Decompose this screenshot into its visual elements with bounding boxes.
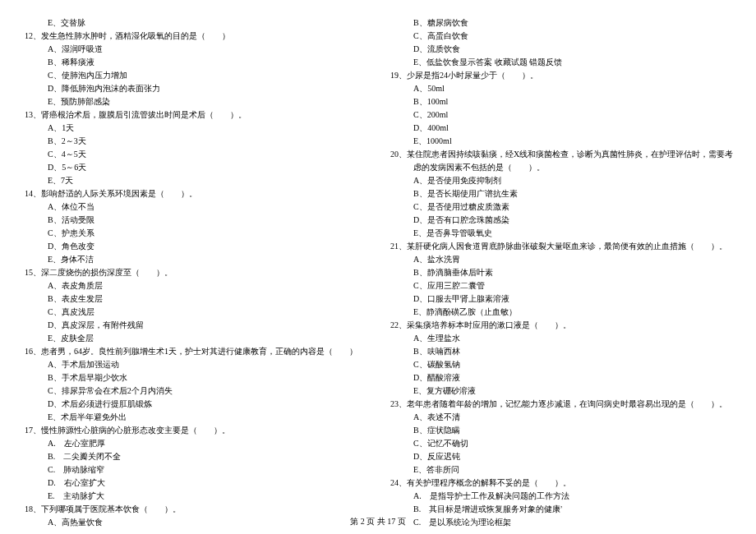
option-text: B、手术后早期少饮水	[25, 371, 357, 384]
option-text: E、答非所问	[390, 463, 733, 476]
option-text: C、护患关系	[25, 227, 357, 240]
option-text: E、复方硼砂溶液	[390, 384, 733, 398]
option-text: D、流质饮食	[390, 43, 733, 56]
option-text: D. 右心室扩大	[25, 476, 357, 490]
option-text: B、症状隐瞒	[390, 424, 733, 437]
option-text: A、表皮角质层	[25, 279, 357, 292]
page-container: E、交替脉12、发生急性肺水肿时，酒精湿化吸氧的目的是（ ）A、湿润呼吸道B、稀…	[0, 0, 756, 529]
option-text: C、使肺泡内压力增加	[25, 69, 357, 82]
option-text: E、皮肤全层	[25, 332, 357, 345]
question-text: 14、影响舒适的人际关系环境因素是（ ）。	[25, 187, 357, 200]
option-text: D、400ml	[390, 122, 733, 135]
option-text: D、降低肺泡内泡沫的表面张力	[25, 82, 357, 95]
option-text: A、湿润呼吸道	[25, 43, 357, 56]
option-text: C、碳酸氢钠	[390, 358, 733, 371]
option-text: E、预防肺部感染	[25, 95, 357, 108]
option-text: B、100ml	[390, 95, 733, 108]
option-text: E、是否鼻导管吸氧史	[390, 227, 733, 240]
option-text: A、表述不清	[390, 411, 733, 424]
question-text: 21、某肝硬化病人因食道胃底静脉曲张破裂大量呕血来诊，最简便有效的止血措施（ ）…	[390, 240, 733, 253]
option-text: E、身体不洁	[25, 253, 357, 266]
option-text: A、1天	[25, 122, 357, 135]
option-text: B、静滴脑垂体后叶素	[390, 266, 733, 279]
option-text: D、反应迟钝	[390, 450, 733, 463]
option-text: B. 二尖瓣关闭不全	[25, 450, 357, 463]
option-text: C、记忆不确切	[390, 437, 733, 450]
option-text: B、是否长期使用广谱抗生素	[390, 187, 733, 200]
left-column: E、交替脉12、发生急性肺水肿时，酒精湿化吸氧的目的是（ ）A、湿润呼吸道B、稀…	[25, 16, 357, 529]
question-text: 23、老年患者随着年龄的增加，记忆能力逐步减退，在询问病史时最容易出现的是（ ）…	[390, 398, 733, 411]
question-text: 15、深二度烧伤的损伤深度至（ ）。	[25, 266, 357, 279]
right-column: B、糖尿病饮食C、高蛋白饮食D、流质饮食E、低盐饮食显示答案 收藏试题 错题反馈…	[390, 16, 733, 529]
option-text: A. 左心室肥厚	[25, 437, 357, 450]
option-text: C、真皮浅层	[25, 306, 357, 319]
option-text: C. 肺动脉缩窄	[25, 463, 357, 476]
option-text: E、术后半年避免外出	[25, 411, 357, 424]
option-text: C、是否使用过糖皮质激素	[390, 200, 733, 214]
option-text: E、交替脉	[25, 16, 357, 30]
option-text: A、50ml	[390, 82, 733, 95]
option-text: B、呋喃西林	[390, 345, 733, 358]
option-text: B、糖尿病饮食	[390, 16, 733, 30]
question-text: 19、少尿是指24小时尿量少于（ ）。	[390, 69, 733, 82]
option-text: D、是否有口腔念珠菌感染	[390, 214, 733, 227]
option-text: D、角色改变	[25, 240, 357, 253]
question-text: 20、某住院患者因持续咳黏痰，经X线和痰菌检查，诊断为真菌性肺炎，在护理评估时，…	[390, 148, 733, 161]
question-text: 17、慢性肺源性心脏病的心脏形态改变主要是（ ）。	[25, 424, 357, 437]
option-text: A、手术后加强运动	[25, 358, 357, 371]
question-text: 13、肾癌根治术后，腹膜后引流管拔出时间是术后（ ）。	[25, 108, 357, 122]
option-text: D、5～6天	[25, 161, 357, 174]
option-text: B、表皮生发层	[25, 292, 357, 306]
option-text: C、200ml	[390, 108, 733, 122]
option-text: C、应用三腔二囊管	[390, 279, 733, 292]
question-text: 18、下列哪项属于医院基本饮食（ ）。	[25, 503, 357, 516]
option-text: B、2～3天	[25, 135, 357, 148]
option-text: A、是否使用免疫抑制剂	[390, 174, 733, 187]
option-text: A、生理盐水	[390, 332, 733, 345]
option-text: D、真皮深层，有附件残留	[25, 319, 357, 332]
option-text: E、静滴酚磺乙胺（止血敏）	[390, 306, 733, 319]
option-text: D、术后必须进行提肛肌锻炼	[25, 398, 357, 411]
option-text: E、7天	[25, 174, 357, 187]
question-text: 24、有关护理程序概念的解释不妥的是（ ）。	[390, 476, 733, 490]
option-text: A、盐水洗胃	[390, 253, 733, 266]
question-text: 16、患者男，64岁。良性前列腺增生术1天，护士对其进行健康教育，正确的内容是（…	[25, 345, 357, 358]
option-text: E. 主动脉扩大	[25, 490, 357, 503]
option-text: D、口服去甲肾上腺素溶液	[390, 292, 733, 306]
question-text: 12、发生急性肺水肿时，酒精湿化吸氧的目的是（ ）	[25, 30, 357, 43]
page-footer: 第 2 页 共 17 页	[0, 516, 756, 527]
option-text: E、低盐饮食显示答案 收藏试题 错题反馈	[390, 56, 733, 69]
question-continuation: 虑的发病因素不包括的是（ ）。	[390, 161, 733, 174]
question-text: 22、采集痰培养标本时应用的漱口液是（ ）。	[390, 319, 733, 332]
option-text: A. 是指导护士工作及解决问题的工作方法	[390, 490, 733, 503]
option-text: D、醋酸溶液	[390, 371, 733, 384]
option-text: A、体位不当	[25, 200, 357, 214]
option-text: C、排尿异常会在术后2个月内消失	[25, 384, 357, 398]
option-text: C、高蛋白饮食	[390, 30, 733, 43]
option-text: B、稀释痰液	[25, 56, 357, 69]
option-text: E、1000ml	[390, 135, 733, 148]
option-text: B、活动受限	[25, 214, 357, 227]
option-text: C、4～5天	[25, 148, 357, 161]
option-text: B. 其目标是增进或恢复服务对象的健康'	[390, 503, 733, 516]
